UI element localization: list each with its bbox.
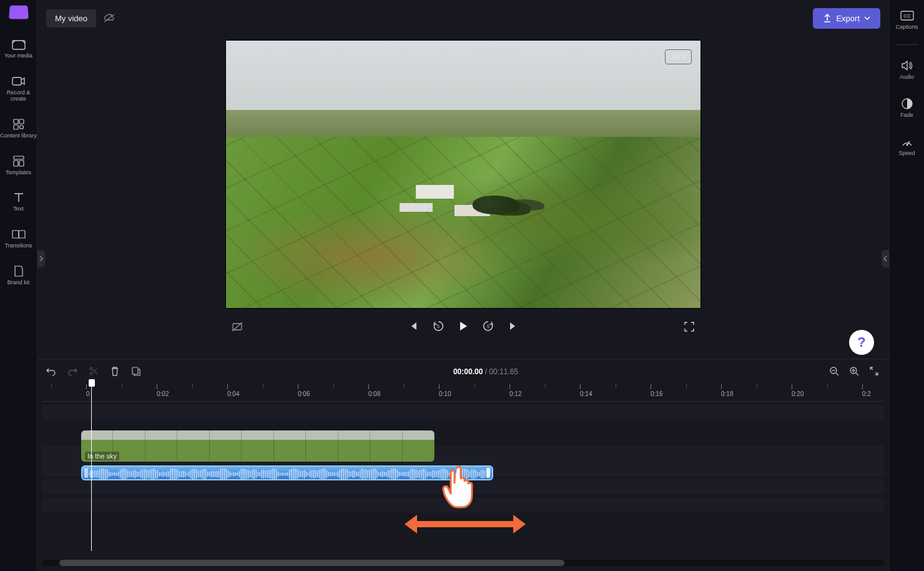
topbar: My video Export [37,0,889,36]
sidebar-item-label: Content library [0,133,37,139]
sidebar-item-label: Speed [898,151,915,157]
svg-rect-18 [132,367,138,374]
brand-kit-icon [12,264,26,278]
svg-rect-0 [12,41,25,49]
sidebar-item-label: Captions [896,24,918,31]
svg-rect-2 [14,119,18,124]
timeline-ruler[interactable]: 00:020:040:060:080:100:120:140:160:180:2… [42,384,884,402]
speed-icon [900,135,914,149]
zoom-fit-button[interactable] [869,366,880,377]
svg-rect-6 [14,156,24,159]
fade-icon [900,97,914,111]
svg-point-16 [90,367,92,370]
ruler-tick: 0:08 [368,384,380,401]
svg-rect-8 [19,161,24,166]
export-label: Export [836,14,860,23]
playback-controls: 5 5 [225,314,701,339]
seek-back-button[interactable]: 5 [431,319,445,333]
preview-area: 16:9 5 5 ? [37,36,889,359]
ruler-tick: 0:16 [651,384,662,401]
sidebar-item-templates[interactable]: Templates [0,151,37,180]
ruler-tick: 0:04 [227,384,239,401]
captions-icon: CC [900,9,914,22]
tutorial-cursor-icon [438,464,485,514]
split-button[interactable] [89,366,100,377]
play-button[interactable] [456,319,470,333]
sidebar-item-your-media[interactable]: Your media [0,34,37,63]
undo-button[interactable] [46,366,57,377]
sidebar-item-content-library[interactable]: Content library [0,114,37,143]
sidebar-item-label: Transitions [5,243,32,249]
skip-back-button[interactable] [406,319,420,333]
app-logo [9,6,29,19]
svg-line-20 [836,373,838,375]
sidebar-item-brand-kit[interactable]: Brand kit [0,261,37,290]
ruler-tick: 0:12 [509,384,521,401]
preview-canvas[interactable]: 16:9 [225,40,701,309]
video-clip[interactable]: In the sky [81,430,435,462]
text-icon [12,191,26,204]
sidebar-item-audio[interactable]: Audio [890,56,924,83]
ruler-tick: 0:06 [298,384,310,401]
sidebar-item-label: Audio [900,74,914,81]
sidebar-item-label: Text [13,206,24,212]
audio-icon [900,59,914,72]
sidebar-item-speed[interactable]: Speed [890,132,924,159]
audio-trim-handle-right[interactable] [486,468,490,478]
svg-point-5 [19,125,23,129]
svg-point-244 [906,144,908,146]
project-title[interactable]: My video [46,9,96,27]
help-button[interactable]: ? [849,330,874,355]
redo-button[interactable] [67,366,79,377]
right-sidebar-collapse[interactable] [882,250,889,267]
ruler-tick: 0:10 [439,384,451,401]
export-button[interactable]: Export [813,8,880,29]
library-icon [12,117,26,131]
sidebar-item-label: Fade [900,112,913,119]
ruler-tick: 0:20 [792,384,804,401]
empty-track[interactable] [42,405,884,420]
svg-rect-4 [14,125,18,129]
delete-button[interactable] [110,366,121,377]
sidebar-item-record-create[interactable]: Record & create [0,71,37,106]
video-clip-label: In the sky [85,452,119,460]
audio-trim-handle-left[interactable] [84,468,88,478]
ruler-tick: 0:14 [580,384,592,401]
cloud-sync-off-icon[interactable] [102,12,116,24]
sidebar-item-fade[interactable]: Fade [890,94,924,121]
ruler-tick: 0:02 [157,384,169,401]
current-time: 00:00.00 [453,367,483,376]
sidebar-right: CC Captions Audio Fade Speed [889,0,924,571]
skip-forward-button[interactable] [506,319,520,333]
svg-line-11 [104,14,114,22]
svg-text:5: 5 [487,324,489,329]
zoom-in-button[interactable] [849,366,860,377]
zoom-out-button[interactable] [829,366,840,377]
crop-disabled-icon[interactable] [230,320,244,334]
ruler-tick: 0:2 [862,384,871,401]
aspect-ratio-button[interactable]: 16:9 [665,49,692,64]
svg-rect-1 [12,77,21,85]
svg-point-17 [90,372,92,375]
templates-icon [12,154,26,168]
sidebar-item-transitions[interactable]: Transitions [0,224,37,253]
audio-clip[interactable] [81,465,493,480]
svg-rect-10 [19,231,25,238]
timeline-scrollbar[interactable] [42,560,884,566]
upload-icon [823,14,832,22]
duplicate-button[interactable] [131,366,142,377]
svg-text:5: 5 [437,324,440,329]
sidebar-item-text[interactable]: Text [0,187,37,216]
svg-text:CC: CC [903,13,911,19]
seek-forward-button[interactable]: 5 [481,319,495,333]
sidebar-item-label: Record & create [0,90,37,102]
sidebar-item-label: Brand kit [7,280,30,286]
media-icon [12,37,26,51]
svg-rect-3 [19,119,24,124]
chevron-down-icon [864,16,870,20]
sidebar-item-captions[interactable]: CC Captions [890,6,924,33]
timeline-scrollbar-thumb[interactable] [59,560,564,566]
transitions-icon [12,227,26,241]
ruler-tick: 0:18 [721,384,733,401]
fullscreen-button[interactable] [682,320,696,334]
